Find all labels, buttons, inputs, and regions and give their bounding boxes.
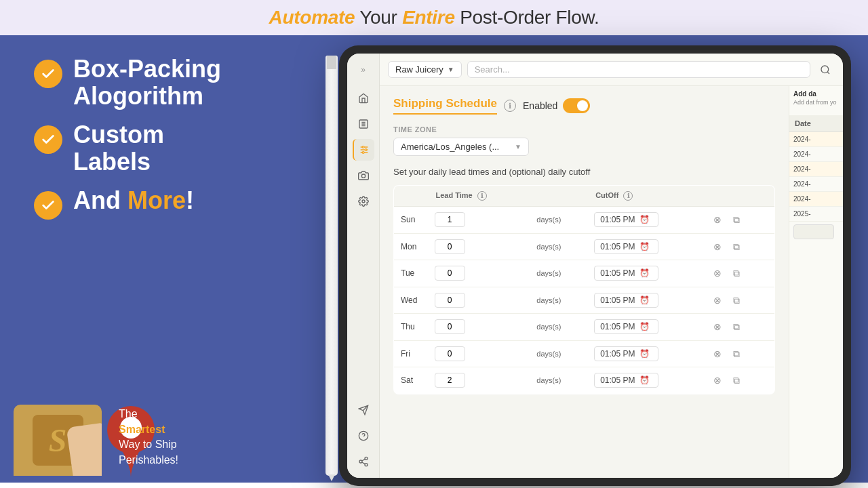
days-suffix-cell: days(s) bbox=[527, 287, 587, 314]
enabled-toggle[interactable] bbox=[563, 98, 590, 113]
add-date-button[interactable] bbox=[793, 224, 834, 239]
lead-time-input[interactable] bbox=[435, 212, 465, 227]
actions-cell: ⊗ ⧉ bbox=[703, 207, 774, 234]
days-suffix-label: days(s) bbox=[534, 323, 561, 331]
tablet: » bbox=[339, 45, 851, 486]
day-cell: Thu bbox=[394, 314, 428, 341]
days-suffix-label: days(s) bbox=[534, 350, 561, 358]
table-row: Thu days(s) 01:05 PM ⏰ ⊗ ⧉ bbox=[394, 314, 775, 341]
copy-icon[interactable]: ⧉ bbox=[728, 292, 745, 308]
list-sidebar-icon[interactable] bbox=[353, 113, 374, 135]
copy-icon[interactable]: ⧉ bbox=[728, 373, 745, 389]
store-selector[interactable]: Raw Juicery ▼ bbox=[388, 61, 462, 78]
days-suffix-cell: days(s) bbox=[527, 207, 587, 234]
schedule-table: Lead Time ℹ CutOff ℹ bbox=[393, 185, 775, 394]
lead-time-input[interactable] bbox=[435, 266, 465, 281]
days-suffix-label: days(s) bbox=[534, 376, 561, 384]
title-row: Shipping Schedule ℹ Enabled bbox=[393, 97, 775, 115]
col-lead-info-icon[interactable]: ℹ bbox=[477, 191, 487, 201]
time-input[interactable]: 01:05 PM ⏰ bbox=[594, 212, 658, 227]
cutoff-cell: 01:05 PM ⏰ bbox=[587, 287, 703, 314]
logo-box: S bbox=[14, 405, 102, 476]
sliders-sidebar-icon[interactable] bbox=[353, 139, 374, 161]
table-row: Mon days(s) 01:05 PM ⏰ ⊗ ⧉ bbox=[394, 233, 775, 260]
cutoff-cell: 01:05 PM ⏰ bbox=[587, 340, 703, 367]
search-button[interactable] bbox=[816, 60, 835, 79]
help-sidebar-icon[interactable] bbox=[353, 425, 374, 447]
copy-icon[interactable]: ⧉ bbox=[728, 346, 745, 362]
time-input[interactable]: 01:05 PM ⏰ bbox=[594, 239, 658, 254]
actions-cell: ⊗ ⧉ bbox=[703, 314, 774, 341]
timezone-label: TIME ZONE bbox=[393, 125, 775, 134]
lead-time-input[interactable] bbox=[435, 346, 465, 361]
clear-icon[interactable]: ⊗ bbox=[709, 346, 726, 362]
days-suffix-label: days(s) bbox=[534, 216, 561, 224]
lead-time-input[interactable] bbox=[435, 239, 465, 254]
copy-icon[interactable]: ⧉ bbox=[728, 212, 745, 228]
clear-icon[interactable]: ⊗ bbox=[709, 292, 726, 308]
add-dates-title: Add da bbox=[793, 90, 839, 98]
time-input[interactable]: 01:05 PM ⏰ bbox=[594, 293, 658, 308]
tablet-screen: » bbox=[347, 54, 843, 478]
cutoff-cell: 01:05 PM ⏰ bbox=[587, 207, 703, 234]
dates-panel: Add da Add dat from yo Date 2024-2024-20… bbox=[789, 86, 843, 478]
lead-time-cell bbox=[428, 340, 528, 367]
tagline-perishables: Perishables! bbox=[119, 454, 178, 466]
page-info-icon[interactable]: ℹ bbox=[504, 100, 516, 112]
time-input[interactable]: 01:05 PM ⏰ bbox=[594, 266, 658, 281]
clock-icon: ⏰ bbox=[639, 215, 650, 224]
gear-sidebar-icon[interactable] bbox=[353, 190, 374, 212]
day-cell: Tue bbox=[394, 260, 428, 287]
timezone-chevron: ▼ bbox=[515, 143, 521, 150]
share-sidebar-icon[interactable] bbox=[353, 451, 374, 472]
expand-sidebar-icon[interactable]: » bbox=[353, 59, 374, 81]
app-sidebar: » bbox=[347, 54, 380, 478]
copy-icon[interactable]: ⧉ bbox=[728, 266, 745, 282]
clear-icon[interactable]: ⊗ bbox=[709, 211, 726, 228]
search-bar[interactable]: Search... bbox=[467, 61, 810, 78]
bottom-tagline: The Smartest Way to Ship Perishables! bbox=[119, 407, 178, 468]
svg-point-23 bbox=[821, 66, 829, 73]
svg-line-22 bbox=[361, 459, 365, 461]
svg-line-24 bbox=[827, 72, 829, 74]
camera-sidebar-icon[interactable] bbox=[353, 165, 374, 186]
lead-time-input[interactable] bbox=[435, 319, 465, 334]
clock-icon: ⏰ bbox=[639, 242, 650, 251]
clock-icon: ⏰ bbox=[639, 296, 650, 305]
timezone-select[interactable]: America/Los_Angeles (... ▼ bbox=[393, 138, 529, 156]
lead-times-title: Set your daily lead times and (optional)… bbox=[393, 167, 775, 177]
feature-item-2: CustomLabels bbox=[34, 121, 312, 175]
lead-time-cell bbox=[428, 260, 528, 287]
clock-icon: ⏰ bbox=[639, 322, 650, 331]
home-sidebar-icon[interactable] bbox=[353, 87, 374, 109]
add-date-btn-area[interactable] bbox=[789, 222, 843, 242]
top-banner: Automate Your Entire Post-Order Flow. bbox=[0, 0, 868, 35]
enabled-row: Enabled bbox=[523, 98, 590, 113]
date-list-item: 2024- bbox=[789, 147, 843, 162]
copy-icon[interactable]: ⧉ bbox=[728, 239, 745, 255]
clear-icon[interactable]: ⊗ bbox=[709, 319, 726, 335]
lead-time-input[interactable] bbox=[435, 373, 465, 388]
time-input[interactable]: 01:05 PM ⏰ bbox=[594, 346, 658, 361]
clear-icon[interactable]: ⊗ bbox=[709, 239, 726, 255]
clear-icon[interactable]: ⊗ bbox=[709, 372, 726, 388]
day-cell: Mon bbox=[394, 233, 428, 260]
time-input[interactable]: 01:05 PM ⏰ bbox=[594, 373, 658, 388]
cutoff-cell: 01:05 PM ⏰ bbox=[587, 260, 703, 287]
send-sidebar-icon[interactable] bbox=[353, 399, 374, 421]
actions-cell: ⊗ ⧉ bbox=[703, 340, 774, 367]
day-cell: Sun bbox=[394, 207, 428, 234]
col-cutoff-info-icon[interactable]: ℹ bbox=[623, 191, 633, 201]
col-lead-time: Lead Time ℹ bbox=[428, 186, 528, 207]
banner-your: Your bbox=[355, 7, 402, 28]
time-value: 01:05 PM bbox=[600, 242, 635, 251]
clear-icon[interactable]: ⊗ bbox=[709, 265, 726, 281]
page-title: Shipping Schedule bbox=[393, 97, 497, 115]
time-input[interactable]: 01:05 PM ⏰ bbox=[594, 319, 658, 334]
date-list-item: 2025- bbox=[789, 207, 843, 222]
copy-icon[interactable]: ⧉ bbox=[728, 319, 745, 336]
check-icon-1 bbox=[34, 60, 62, 88]
days-suffix-cell: days(s) bbox=[527, 260, 587, 287]
svg-point-18 bbox=[365, 457, 368, 460]
lead-time-input[interactable] bbox=[435, 293, 465, 308]
